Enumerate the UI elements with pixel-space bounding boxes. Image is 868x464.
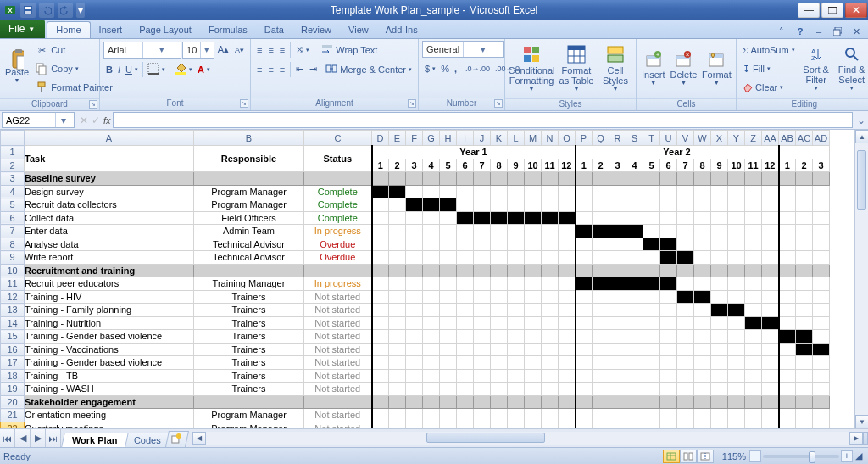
gantt-cell[interactable] <box>440 356 457 370</box>
zoom-out-button[interactable]: − <box>749 450 761 462</box>
gantt-cell[interactable] <box>542 316 559 330</box>
gantt-cell[interactable] <box>406 198 423 212</box>
scroll-down-button[interactable]: ▼ <box>855 415 868 428</box>
gantt-cell[interactable] <box>406 185 423 198</box>
gantt-cell[interactable] <box>406 211 423 225</box>
gantt-cell[interactable] <box>609 383 626 396</box>
gantt-cell[interactable] <box>762 238 779 251</box>
task-cell[interactable]: Collect data <box>25 211 194 225</box>
gantt-cell[interactable] <box>491 330 508 344</box>
gantt-cell[interactable] <box>762 251 779 265</box>
gantt-cell[interactable] <box>728 316 745 330</box>
gantt-cell[interactable] <box>406 277 423 291</box>
gantt-cell[interactable] <box>745 251 762 265</box>
gantt-cell[interactable] <box>457 383 474 396</box>
gantt-cell[interactable] <box>711 330 728 344</box>
gantt-cell[interactable] <box>491 304 508 317</box>
gantt-cell[interactable] <box>779 409 796 422</box>
gantt-cell[interactable] <box>677 383 694 396</box>
gantt-cell[interactable] <box>660 422 677 428</box>
gantt-cell[interactable] <box>372 198 389 212</box>
responsible-cell[interactable]: Trainers <box>194 383 304 396</box>
gantt-cell[interactable] <box>457 356 474 370</box>
gantt-cell[interactable] <box>728 422 745 428</box>
gantt-cell[interactable] <box>643 422 660 428</box>
comma-format-button[interactable]: , <box>452 59 459 77</box>
tab-data[interactable]: Data <box>256 22 292 38</box>
gantt-cell[interactable] <box>372 290 389 304</box>
gantt-cell[interactable] <box>626 238 643 251</box>
align-left-button[interactable]: ≡ <box>254 60 264 78</box>
gantt-cell[interactable] <box>474 383 491 396</box>
gantt-cell[interactable] <box>576 304 593 317</box>
gantt-cell[interactable] <box>525 330 542 344</box>
gantt-cell[interactable] <box>576 422 593 428</box>
col-header-O[interactable]: O <box>559 131 576 146</box>
align-top-button[interactable]: ≡ <box>254 41 264 59</box>
gantt-cell[interactable] <box>389 369 406 383</box>
gantt-cell[interactable] <box>576 238 593 251</box>
col-header-X[interactable]: X <box>711 131 728 146</box>
gantt-cell[interactable] <box>711 304 728 317</box>
col-header-M[interactable]: M <box>525 131 542 146</box>
status-cell[interactable]: Not started <box>304 369 372 383</box>
gantt-cell[interactable] <box>796 277 813 291</box>
task-cell[interactable]: Training - Nutrition <box>25 316 194 330</box>
gantt-cell[interactable] <box>542 383 559 396</box>
responsible-cell[interactable]: Trainers <box>194 369 304 383</box>
gantt-cell[interactable] <box>796 304 813 317</box>
align-center-button[interactable]: ≡ <box>265 60 275 78</box>
gantt-cell[interactable] <box>711 383 728 396</box>
gantt-cell[interactable] <box>440 198 457 212</box>
gantt-cell[interactable] <box>728 198 745 212</box>
gantt-cell[interactable] <box>643 251 660 265</box>
autosum-button[interactable]: ΣAutoSum▾ <box>740 42 798 59</box>
gantt-cell[interactable] <box>626 316 643 330</box>
gantt-cell[interactable] <box>576 409 593 422</box>
gantt-cell[interactable] <box>796 409 813 422</box>
gantt-cell[interactable] <box>406 238 423 251</box>
gantt-cell[interactable] <box>559 304 576 317</box>
gantt-cell[interactable] <box>711 238 728 251</box>
task-cell[interactable]: Training - Gender based violence <box>25 356 194 370</box>
gantt-cell[interactable] <box>626 369 643 383</box>
gantt-cell[interactable] <box>762 422 779 428</box>
gantt-cell[interactable] <box>593 383 609 396</box>
gantt-cell[interactable] <box>542 225 559 238</box>
gantt-cell[interactable] <box>745 316 762 330</box>
expand-formula-bar-button[interactable]: ⌄ <box>854 111 868 129</box>
gantt-cell[interactable] <box>609 356 626 370</box>
qat-redo-button[interactable] <box>58 3 73 18</box>
gantt-cell[interactable] <box>525 290 542 304</box>
col-header-S[interactable]: S <box>626 131 643 146</box>
new-sheet-button[interactable] <box>165 431 189 447</box>
gantt-cell[interactable] <box>559 356 576 370</box>
gantt-cell[interactable] <box>677 211 694 225</box>
gantt-cell[interactable] <box>440 316 457 330</box>
responsible-cell[interactable]: Program Manager <box>194 409 304 422</box>
gantt-cell[interactable] <box>711 277 728 291</box>
gantt-cell[interactable] <box>626 343 643 356</box>
gantt-cell[interactable] <box>576 277 593 291</box>
gantt-cell[interactable] <box>711 290 728 304</box>
orientation-button[interactable]: ⤭▾ <box>293 41 312 59</box>
gantt-cell[interactable] <box>406 343 423 356</box>
gantt-cell[interactable] <box>643 277 660 291</box>
gantt-cell[interactable] <box>779 238 796 251</box>
row-header-17[interactable]: 17 <box>1 356 25 370</box>
fill-button[interactable]: ↧Fill▾ <box>740 60 798 78</box>
gantt-cell[interactable] <box>643 343 660 356</box>
gantt-cell[interactable] <box>457 304 474 317</box>
gantt-cell[interactable] <box>372 304 389 317</box>
gantt-cell[interactable] <box>660 304 677 317</box>
gantt-cell[interactable] <box>711 422 728 428</box>
gantt-cell[interactable] <box>762 356 779 370</box>
gantt-cell[interactable] <box>762 343 779 356</box>
gantt-cell[interactable] <box>593 238 609 251</box>
gantt-cell[interactable] <box>660 251 677 265</box>
fill-color-button[interactable]: ▾ <box>172 60 195 78</box>
gantt-cell[interactable] <box>593 304 609 317</box>
gantt-cell[interactable] <box>677 356 694 370</box>
gantt-cell[interactable] <box>762 304 779 317</box>
paste-button[interactable]: Paste ▼ <box>3 41 31 97</box>
